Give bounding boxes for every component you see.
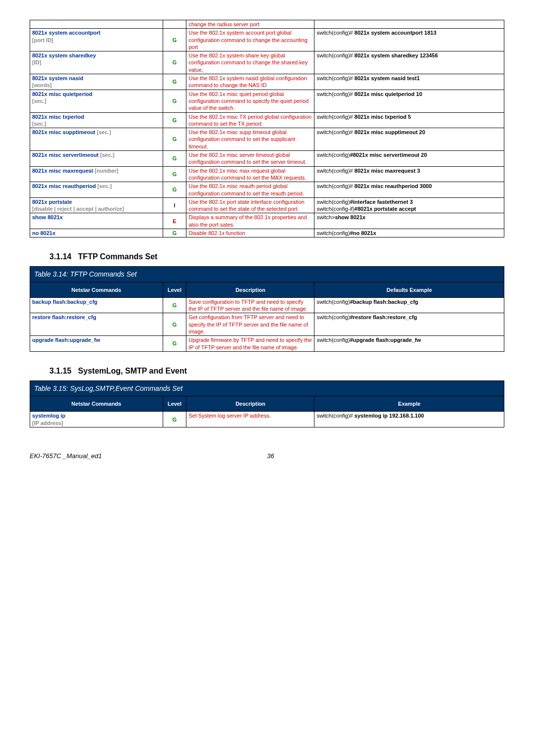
example-cell: switch(config)# 8021x system sharedkey 1… bbox=[314, 51, 504, 74]
table-row: 8021x system accountport[port ID]GUse th… bbox=[30, 29, 504, 51]
description-cell: Use the 802.1x misc TX period global con… bbox=[186, 112, 314, 128]
table-row: backup flash:backup_cfgGSave configurati… bbox=[30, 297, 504, 313]
level-cell: G bbox=[163, 29, 186, 51]
command-cell: 8021x misc reauthperiod [sec.] bbox=[30, 182, 163, 198]
command-cell bbox=[30, 20, 163, 29]
table-row: change the radius server port bbox=[30, 20, 504, 29]
header-desc: Description bbox=[186, 396, 314, 412]
header-example: Defaults Example bbox=[314, 282, 504, 297]
level-cell: G bbox=[163, 336, 186, 352]
example-cell bbox=[314, 20, 504, 29]
example-cell: switch>show 8021x bbox=[314, 213, 504, 229]
level-cell bbox=[163, 20, 186, 29]
command-cell: no 8021x bbox=[30, 229, 163, 237]
table-row: upgrade flash:upgrade_fwGUpgrade firmwar… bbox=[30, 336, 504, 352]
description-cell: Use the 802.1x port state interface conf… bbox=[186, 197, 314, 213]
table-row: 8021x misc supptimeout [sec.]GUse the 80… bbox=[30, 128, 504, 151]
table-row: show 8021xEDisplays a summary of the 802… bbox=[30, 213, 504, 229]
table-row: 8021x misc servertimeout [sec.]GUse the … bbox=[30, 151, 504, 167]
example-cell: switch(config)# systemlog ip 192.168.1.1… bbox=[314, 412, 504, 427]
example-cell: switch(config)#restore flash:restore_cfg bbox=[314, 313, 504, 336]
example-cell: switch(config)# 8021x system nasid test1 bbox=[314, 74, 504, 90]
level-cell: G bbox=[163, 90, 186, 112]
description-cell: Use the 802.1x system account port globa… bbox=[186, 29, 314, 51]
table-row: 8021x system nasid[words]GUse the 802.1x… bbox=[30, 74, 504, 90]
level-cell: I bbox=[163, 197, 186, 213]
level-cell: G bbox=[163, 112, 186, 128]
level-cell: G bbox=[163, 412, 186, 427]
table-tftp: Table 3.14: TFTP Commands Set Netstar Co… bbox=[30, 266, 504, 352]
command-cell: 8021x system accountport[port ID] bbox=[30, 29, 163, 51]
table-row: no 8021xGDisable 802.1x functionswitch(c… bbox=[30, 229, 504, 237]
header-cmd: Netstar Commands bbox=[30, 396, 163, 412]
header-level: Level bbox=[163, 396, 186, 412]
example-cell: switch(config)#8021x misc servertimeout … bbox=[314, 151, 504, 167]
table-syslog: Table 3.15: SysLog,SMTP,Event Commands S… bbox=[30, 380, 504, 427]
table-title: Table 3.15: SysLog,SMTP,Event Commands S… bbox=[30, 380, 504, 396]
description-cell: Set System log server IP address. bbox=[186, 412, 314, 427]
level-cell: G bbox=[163, 297, 186, 313]
example-cell: switch(config)# 8021x system accountport… bbox=[314, 29, 504, 51]
header-cmd: Netstar Commands bbox=[30, 282, 163, 297]
level-cell: G bbox=[163, 313, 186, 336]
table-row: 8021x portstate[disable | reject | accep… bbox=[30, 197, 504, 213]
table-header-row: Netstar Commands Level Description Examp… bbox=[30, 396, 504, 412]
example-cell: switch(config)#no 8021x bbox=[314, 229, 504, 237]
description-cell: change the radius server port bbox=[186, 20, 314, 29]
command-cell: show 8021x bbox=[30, 213, 163, 229]
description-cell: Save configuration to TFTP and need to s… bbox=[186, 297, 314, 313]
description-cell: Upgrade firmware by TFTP and need to spe… bbox=[186, 336, 314, 352]
command-cell: 8021x misc maxrequest [number] bbox=[30, 166, 163, 182]
example-cell: switch(config)#interface fastethernet 3s… bbox=[314, 197, 504, 213]
command-cell: 8021x misc servertimeout [sec.] bbox=[30, 151, 163, 167]
command-cell: systemlog ip[IP address] bbox=[30, 412, 163, 427]
page-footer: EKI-7657C _Manual_ed1 36 bbox=[30, 452, 504, 460]
level-cell: G bbox=[163, 229, 186, 237]
description-cell: Use the 802.1x misc supp timeout global … bbox=[186, 128, 314, 151]
level-cell: E bbox=[163, 213, 186, 229]
description-cell: Use the 802.1x system share key global c… bbox=[186, 51, 314, 74]
table-title: Table 3.14: TFTP Commands Set bbox=[30, 267, 504, 282]
example-cell: switch(config)# 8021x misc txperiod 5 bbox=[314, 112, 504, 128]
level-cell: G bbox=[163, 151, 186, 167]
level-cell: G bbox=[163, 74, 186, 90]
example-cell: switch(config)# 8021x misc maxrequest 3 bbox=[314, 166, 504, 182]
table-row: 8021x misc reauthperiod [sec.]GUse the 8… bbox=[30, 182, 504, 198]
table-row: systemlog ip[IP address]GSet System log … bbox=[30, 412, 504, 427]
table-8021x: change the radius server port8021x syste… bbox=[30, 20, 504, 237]
command-cell: restore flash:restore_cfg bbox=[30, 313, 163, 336]
description-cell: Use the 802.1x misc server timeout globa… bbox=[186, 151, 314, 167]
description-cell: Use the 802.1x misc max request global c… bbox=[186, 166, 314, 182]
description-cell: Disable 802.1x function bbox=[186, 229, 314, 237]
level-cell: G bbox=[163, 128, 186, 151]
table-row: 8021x system sharedkey[ID]GUse the 802.1… bbox=[30, 51, 504, 74]
description-cell: Get configuration from TFTP server and n… bbox=[186, 313, 314, 336]
command-cell: 8021x misc quietperiod [sec.] bbox=[30, 90, 163, 112]
header-desc: Description bbox=[186, 282, 314, 297]
table-row: 8021x misc txperiod[sec.]GUse the 802.1x… bbox=[30, 112, 504, 128]
command-cell: 8021x system nasid[words] bbox=[30, 74, 163, 90]
level-cell: G bbox=[163, 182, 186, 198]
header-level: Level bbox=[163, 282, 186, 297]
command-cell: 8021x misc supptimeout [sec.] bbox=[30, 128, 163, 151]
command-cell: upgrade flash:upgrade_fw bbox=[30, 336, 163, 352]
example-cell: switch(config)# 8021x misc reauthperiod … bbox=[314, 182, 504, 198]
description-cell: Use the 802.1x misc reauth period global… bbox=[186, 182, 314, 198]
command-cell: backup flash:backup_cfg bbox=[30, 297, 163, 313]
example-cell: switch(config)#backup flash:backup_cfg bbox=[314, 297, 504, 313]
command-cell: 8021x system sharedkey[ID] bbox=[30, 51, 163, 74]
table-row: 8021x misc quietperiod [sec.]GUse the 80… bbox=[30, 90, 504, 112]
example-cell: switch(config)#upgrade flash:upgrade_fw bbox=[314, 336, 504, 352]
section-14-heading: 3.1.14 TFTP Commands Set bbox=[49, 252, 504, 261]
example-cell: switch(config)# 8021x misc supptimeout 2… bbox=[314, 128, 504, 151]
level-cell: G bbox=[163, 166, 186, 182]
footer-doc-title: EKI-7657C _Manual_ed1 bbox=[30, 452, 267, 460]
description-cell: Use the 802.1x misc quiet period global … bbox=[186, 90, 314, 112]
description-cell: Use the 802.1x system nasid global confi… bbox=[186, 74, 314, 90]
description-cell: Displays a summary of the 802.1x propert… bbox=[186, 213, 314, 229]
section-15-heading: 3.1.15 SystemLog, SMTP and Event bbox=[49, 367, 504, 376]
command-cell: 8021x portstate[disable | reject | accep… bbox=[30, 197, 163, 213]
table-header-row: Netstar Commands Level Description Defau… bbox=[30, 282, 504, 297]
level-cell: G bbox=[163, 51, 186, 74]
table-row: restore flash:restore_cfgGGet configurat… bbox=[30, 313, 504, 336]
